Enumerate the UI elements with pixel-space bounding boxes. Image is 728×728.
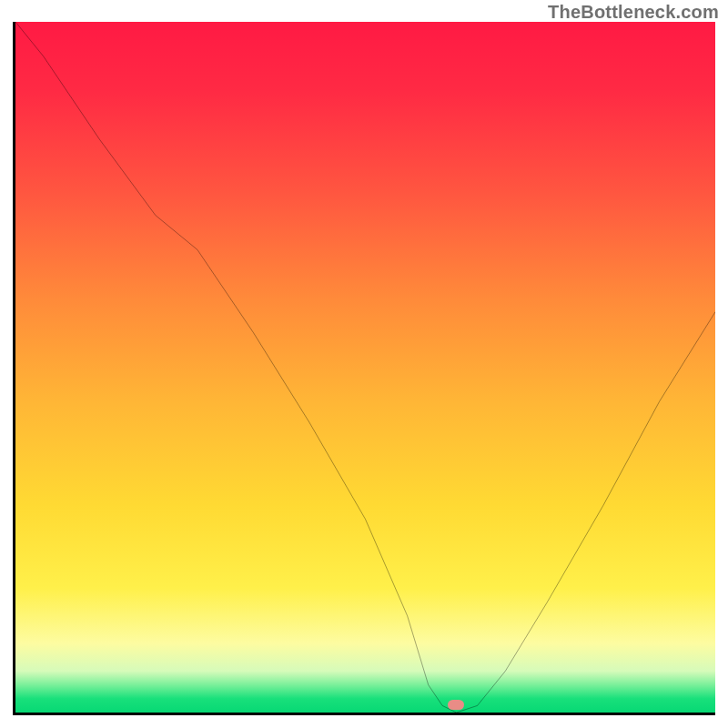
plot-area — [13, 22, 715, 715]
optimum-marker — [448, 700, 464, 710]
bottleneck-curve — [15, 22, 715, 713]
curve-path — [15, 22, 715, 713]
watermark-text: TheBottleneck.com — [548, 2, 719, 23]
chart-canvas: TheBottleneck.com — [0, 0, 728, 728]
